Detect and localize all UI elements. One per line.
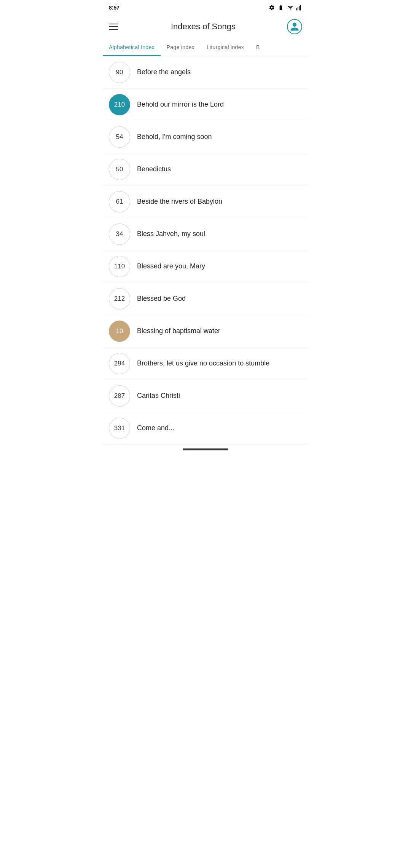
menu-button[interactable] — [109, 21, 119, 32]
song-number: 110 — [114, 263, 125, 270]
song-number-badge: 61 — [109, 191, 130, 212]
svg-rect-1 — [298, 7, 298, 11]
list-item[interactable]: 90 Before the angels — [103, 56, 308, 89]
song-number: 212 — [114, 295, 125, 303]
song-number: 50 — [116, 166, 123, 173]
tab-alphabetical[interactable]: Alphabetical Index — [103, 40, 161, 56]
list-item[interactable]: 210 Behold our mirror is the Lord — [103, 89, 308, 121]
list-item[interactable]: 50 Benedictus — [103, 153, 308, 186]
song-number: 331 — [114, 424, 125, 432]
song-title: Before the angels — [137, 67, 191, 77]
nav-indicator — [183, 448, 228, 450]
song-number: 210 — [114, 101, 125, 108]
battery-icon — [277, 5, 285, 11]
status-time: 8:57 — [109, 5, 119, 11]
song-title: Beside the rivers of Babylon — [137, 197, 222, 206]
song-title: Blessed be God — [137, 294, 186, 303]
song-number: 10 — [116, 327, 123, 335]
song-title: Benedictus — [137, 164, 171, 174]
status-icons — [269, 5, 302, 11]
songs-list: 90 Before the angels 210 Behold our mirr… — [103, 56, 308, 445]
tab-liturgical-index[interactable]: Liturgical index — [201, 40, 250, 56]
app-header: Indexes of Songs — [103, 15, 308, 40]
song-title: Bless Jahveh, my soul — [137, 229, 205, 239]
tabs-bar: Alphabetical Index Page index Liturgical… — [103, 40, 308, 56]
tab-b[interactable]: B — [250, 40, 266, 56]
song-number: 90 — [116, 69, 123, 76]
song-number-badge: 210 — [109, 94, 130, 115]
song-title: Brothers, let us give no occasion to stu… — [137, 359, 269, 368]
wifi-icon — [287, 5, 294, 11]
list-item[interactable]: 212 Blessed be God — [103, 283, 308, 315]
song-title: Blessing of baptismal water — [137, 326, 220, 336]
list-item[interactable]: 110 Blessed are you, Mary — [103, 251, 308, 283]
settings-icon — [269, 5, 275, 11]
song-title: Blessed are you, Mary — [137, 262, 205, 271]
song-number: 287 — [114, 392, 125, 400]
song-title: Behold, I'm coming soon — [137, 132, 212, 142]
song-number-badge: 34 — [109, 223, 130, 245]
list-item[interactable]: 54 Behold, I'm coming soon — [103, 121, 308, 153]
song-number: 34 — [116, 230, 123, 238]
song-number-badge: 110 — [109, 256, 130, 277]
profile-button[interactable] — [287, 19, 302, 34]
song-title: Caritas Christi — [137, 391, 180, 400]
song-number: 54 — [116, 133, 123, 141]
person-icon — [290, 22, 299, 32]
svg-rect-2 — [299, 6, 299, 10]
song-number-badge: 54 — [109, 126, 130, 148]
song-title: Behold our mirror is the Lord — [137, 100, 224, 109]
list-item[interactable]: 10 Blessing of baptismal water — [103, 315, 308, 348]
song-number-badge: 90 — [109, 62, 130, 83]
song-number-badge: 294 — [109, 353, 130, 374]
status-bar: 8:57 — [103, 0, 308, 15]
page-title: Indexes of Songs — [119, 22, 287, 32]
menu-line-2 — [109, 26, 118, 27]
menu-line-3 — [109, 29, 118, 30]
song-number-badge: 212 — [109, 288, 130, 310]
menu-line-1 — [109, 24, 118, 24]
tab-page-index[interactable]: Page index — [161, 40, 201, 56]
list-item[interactable]: 61 Beside the rivers of Babylon — [103, 186, 308, 218]
song-title: Come and... — [137, 423, 174, 433]
list-item[interactable]: 331 Come and... — [103, 412, 308, 445]
list-item[interactable]: 34 Bless Jahveh, my soul — [103, 218, 308, 251]
song-number-badge: 50 — [109, 159, 130, 180]
song-number: 61 — [116, 198, 123, 206]
song-number-badge: 287 — [109, 385, 130, 407]
song-number: 294 — [114, 360, 125, 367]
svg-rect-0 — [296, 8, 297, 10]
list-item[interactable]: 294 Brothers, let us give no occasion to… — [103, 348, 308, 380]
signal-icon — [296, 5, 302, 11]
song-number-badge: 331 — [109, 418, 130, 439]
song-number-badge: 10 — [109, 321, 130, 342]
list-item[interactable]: 287 Caritas Christi — [103, 380, 308, 412]
svg-rect-3 — [300, 5, 301, 10]
